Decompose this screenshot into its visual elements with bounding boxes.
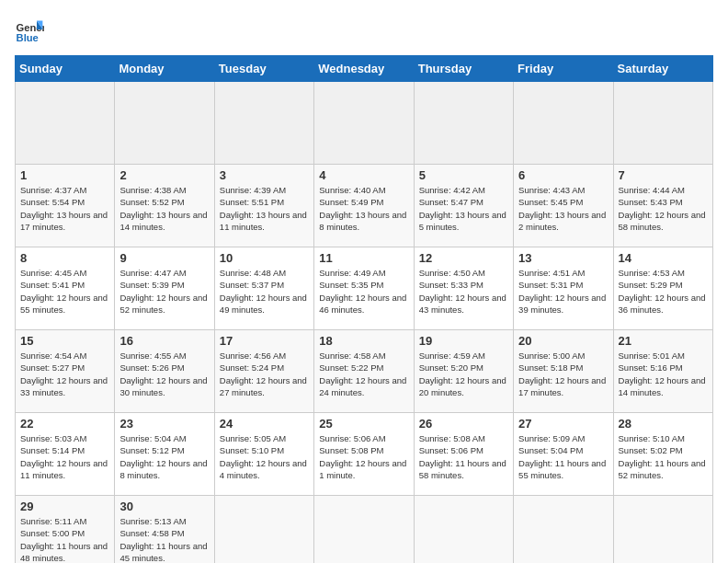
calendar-cell [414, 496, 513, 564]
day-number: 5 [419, 168, 508, 182]
calendar-cell [514, 82, 613, 165]
calendar-cell: 2Sunrise: 4:38 AMSunset: 5:52 PMDaylight… [115, 165, 214, 247]
calendar-cell [414, 82, 513, 165]
day-number: 24 [220, 417, 309, 431]
calendar-cell: 11Sunrise: 4:49 AMSunset: 5:35 PMDayligh… [314, 247, 414, 330]
day-info: Sunrise: 4:37 AMSunset: 5:54 PMDaylight:… [20, 184, 109, 233]
day-number: 10 [220, 251, 309, 265]
day-of-week-thursday: Thursday [414, 56, 513, 82]
day-info: Sunrise: 5:06 AMSunset: 5:08 PMDaylight:… [319, 432, 408, 481]
day-info: Sunrise: 4:43 AMSunset: 5:45 PMDaylight:… [518, 184, 608, 233]
day-number: 9 [119, 251, 209, 265]
calendar-cell [314, 82, 414, 165]
day-info: Sunrise: 5:09 AMSunset: 5:04 PMDaylight:… [518, 432, 608, 481]
day-of-week-wednesday: Wednesday [314, 56, 414, 82]
day-info: Sunrise: 4:58 AMSunset: 5:22 PMDaylight:… [319, 350, 408, 398]
day-number: 15 [20, 334, 109, 348]
calendar-week-5: 22Sunrise: 5:03 AMSunset: 5:14 PMDayligh… [16, 413, 713, 496]
calendar-week-6: 29Sunrise: 5:11 AMSunset: 5:00 PMDayligh… [16, 496, 713, 564]
page-header: General Blue [15, 15, 713, 44]
calendar-cell: 22Sunrise: 5:03 AMSunset: 5:14 PMDayligh… [16, 413, 115, 496]
day-info: Sunrise: 4:51 AMSunset: 5:31 PMDaylight:… [518, 267, 608, 316]
svg-text:Blue: Blue [17, 32, 39, 43]
calendar-cell: 28Sunrise: 5:10 AMSunset: 5:02 PMDayligh… [613, 413, 712, 496]
calendar-cell: 25Sunrise: 5:06 AMSunset: 5:08 PMDayligh… [314, 413, 414, 496]
day-number: 23 [119, 417, 209, 431]
day-info: Sunrise: 5:00 AMSunset: 5:18 PMDaylight:… [518, 350, 608, 398]
calendar-cell: 18Sunrise: 4:58 AMSunset: 5:22 PMDayligh… [314, 330, 414, 413]
calendar-cell: 23Sunrise: 5:04 AMSunset: 5:12 PMDayligh… [115, 413, 214, 496]
day-number: 19 [419, 334, 508, 348]
day-info: Sunrise: 5:08 AMSunset: 5:06 PMDaylight:… [419, 432, 508, 481]
day-info: Sunrise: 5:04 AMSunset: 5:12 PMDaylight:… [119, 432, 209, 481]
day-of-week-sunday: Sunday [16, 56, 115, 82]
day-number: 13 [518, 251, 608, 265]
calendar-cell: 30Sunrise: 5:13 AMSunset: 4:58 PMDayligh… [115, 496, 214, 564]
day-of-week-saturday: Saturday [613, 56, 712, 82]
day-number: 3 [220, 168, 309, 182]
day-of-week-monday: Monday [115, 56, 214, 82]
calendar-cell [214, 496, 313, 564]
day-number: 16 [119, 334, 209, 348]
calendar-cell: 6Sunrise: 4:43 AMSunset: 5:45 PMDaylight… [514, 165, 613, 247]
day-info: Sunrise: 4:50 AMSunset: 5:33 PMDaylight:… [419, 267, 508, 316]
calendar-cell: 14Sunrise: 4:53 AMSunset: 5:29 PMDayligh… [613, 247, 712, 330]
calendar-week-4: 15Sunrise: 4:54 AMSunset: 5:27 PMDayligh… [16, 330, 713, 413]
day-number: 7 [619, 168, 708, 182]
calendar-header-row: SundayMondayTuesdayWednesdayThursdayFrid… [16, 56, 713, 82]
day-info: Sunrise: 4:44 AMSunset: 5:43 PMDaylight:… [619, 184, 708, 233]
calendar-cell: 15Sunrise: 4:54 AMSunset: 5:27 PMDayligh… [16, 330, 115, 413]
calendar-cell [115, 82, 214, 165]
day-info: Sunrise: 5:13 AMSunset: 4:58 PMDaylight:… [119, 515, 209, 563]
day-number: 12 [419, 251, 508, 265]
day-number: 26 [419, 417, 508, 431]
calendar-cell: 12Sunrise: 4:50 AMSunset: 5:33 PMDayligh… [414, 247, 513, 330]
day-number: 20 [518, 334, 608, 348]
day-number: 17 [220, 334, 309, 348]
calendar-cell: 5Sunrise: 4:42 AMSunset: 5:47 PMDaylight… [414, 165, 513, 247]
calendar-cell: 4Sunrise: 4:40 AMSunset: 5:49 PMDaylight… [314, 165, 414, 247]
calendar-cell: 17Sunrise: 4:56 AMSunset: 5:24 PMDayligh… [214, 330, 313, 413]
day-info: Sunrise: 5:05 AMSunset: 5:10 PMDaylight:… [220, 432, 309, 481]
day-info: Sunrise: 4:42 AMSunset: 5:47 PMDaylight:… [419, 184, 508, 233]
calendar-cell [314, 496, 414, 564]
day-info: Sunrise: 4:40 AMSunset: 5:49 PMDaylight:… [319, 184, 408, 233]
day-number: 1 [20, 168, 109, 182]
day-info: Sunrise: 5:10 AMSunset: 5:02 PMDaylight:… [619, 432, 708, 481]
day-number: 25 [319, 417, 408, 431]
calendar-cell [514, 496, 613, 564]
calendar-cell [214, 82, 313, 165]
calendar-cell [613, 82, 712, 165]
day-number: 28 [619, 417, 708, 431]
calendar-cell: 8Sunrise: 4:45 AMSunset: 5:41 PMDaylight… [16, 247, 115, 330]
day-info: Sunrise: 4:47 AMSunset: 5:39 PMDaylight:… [119, 267, 209, 316]
day-of-week-tuesday: Tuesday [214, 56, 313, 82]
day-info: Sunrise: 5:11 AMSunset: 5:00 PMDaylight:… [20, 515, 109, 563]
day-info: Sunrise: 4:38 AMSunset: 5:52 PMDaylight:… [119, 184, 209, 233]
day-info: Sunrise: 4:39 AMSunset: 5:51 PMDaylight:… [220, 184, 309, 233]
day-info: Sunrise: 4:55 AMSunset: 5:26 PMDaylight:… [119, 350, 209, 398]
day-info: Sunrise: 4:48 AMSunset: 5:37 PMDaylight:… [220, 267, 309, 316]
day-number: 4 [319, 168, 408, 182]
day-number: 27 [518, 417, 608, 431]
logo-icon: General Blue [15, 15, 44, 44]
calendar-cell: 26Sunrise: 5:08 AMSunset: 5:06 PMDayligh… [414, 413, 513, 496]
day-number: 22 [20, 417, 109, 431]
day-info: Sunrise: 4:49 AMSunset: 5:35 PMDaylight:… [319, 267, 408, 316]
calendar-cell: 16Sunrise: 4:55 AMSunset: 5:26 PMDayligh… [115, 330, 214, 413]
calendar-cell: 20Sunrise: 5:00 AMSunset: 5:18 PMDayligh… [514, 330, 613, 413]
day-number: 6 [518, 168, 608, 182]
day-number: 21 [619, 334, 708, 348]
calendar-week-2: 1Sunrise: 4:37 AMSunset: 5:54 PMDaylight… [16, 165, 713, 247]
calendar-cell [16, 82, 115, 165]
calendar-week-3: 8Sunrise: 4:45 AMSunset: 5:41 PMDaylight… [16, 247, 713, 330]
calendar-cell: 9Sunrise: 4:47 AMSunset: 5:39 PMDaylight… [115, 247, 214, 330]
day-number: 30 [119, 500, 209, 513]
calendar-cell: 19Sunrise: 4:59 AMSunset: 5:20 PMDayligh… [414, 330, 513, 413]
logo: General Blue [15, 15, 48, 44]
calendar-week-1 [16, 82, 713, 165]
day-info: Sunrise: 4:56 AMSunset: 5:24 PMDaylight:… [220, 350, 309, 398]
calendar-cell: 27Sunrise: 5:09 AMSunset: 5:04 PMDayligh… [514, 413, 613, 496]
day-number: 29 [20, 500, 109, 513]
day-number: 18 [319, 334, 408, 348]
